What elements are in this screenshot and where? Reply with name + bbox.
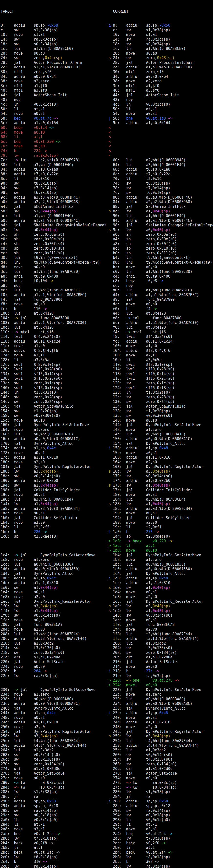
operand: a0, [146, 228, 152, 232]
operand: 284 [34, 149, 42, 153]
diff-row: 90: sw t8,0x18(sp) 74: sw t8,0x18(sp) [0, 181, 213, 186]
diff-marker [106, 562, 113, 567]
operands: t2,0xae(s0) [146, 534, 170, 539]
operands: a0,s1 [34, 715, 45, 720]
mnemonic: sw [126, 483, 146, 488]
address: 218: [113, 669, 126, 673]
operand: 0x48 [159, 576, 168, 581]
operands: zero,0x24(sp) [34, 400, 62, 404]
operand: f4 [146, 307, 152, 311]
mnemonic: b [14, 530, 34, 534]
diff-marker [106, 743, 113, 748]
address: 2ac: [113, 841, 126, 845]
address: 240: [1, 706, 14, 711]
target-line: c0: sb zero,0x30e(s0) [0, 237, 106, 242]
operand: SkelAnime_InitFlex [34, 205, 73, 209]
mnemonic: addiu [126, 567, 146, 571]
diff-row: 1f8: sw v0,0x14c(s0) 1e8: sw v0,0x14c(s0… [0, 613, 213, 618]
operands: $f8,$f4,$f6 [34, 348, 58, 353]
address: 1b4: [113, 553, 126, 557]
address: 9c: [1, 195, 14, 199]
operands: a0,0x44(sp) [34, 228, 58, 232]
address: 248: [113, 725, 126, 729]
operands: a0,s0 [34, 265, 45, 269]
operands: a1,0x40(sp) [146, 209, 170, 213]
operand: t3,%hi(func_80A87F44) [146, 632, 192, 636]
target-line: 1e8: move a2,s0 [0, 595, 106, 599]
current-line: 20c: ori a1,a1,0x2d0e [113, 655, 213, 660]
mnemonic: sw [126, 37, 146, 41]
operands: v0,at,7c ~> [34, 116, 58, 121]
address: 84: [1, 167, 14, 172]
target-line: 2a0: lh v0,0x1c(a0) [0, 818, 106, 822]
diff-marker [106, 293, 113, 297]
current-line: 1b4: jal DynaPolyInfo_SetActorMove [113, 553, 213, 557]
current-line: 160: addiu a1,s1,0x810 [113, 455, 213, 460]
operands: func_80A87800 [40, 316, 69, 320]
diff-marker [106, 687, 113, 692]
address: 190: [1, 478, 14, 483]
target-line: 23c: addiu a0,a0,%lo(D_0600BA8C) [0, 702, 106, 706]
operand: a0,s0 [34, 302, 45, 306]
operand: a0, [34, 228, 40, 232]
target-line: 2a4: li at,-1 [0, 822, 106, 827]
address: 254: [113, 739, 126, 743]
diff-marker: s [106, 469, 113, 474]
target-line: 88: addiu t7,s0,0x22c [0, 172, 106, 177]
target-line: 180: move a2,s0 [0, 460, 106, 465]
operand: sp,sp, [146, 23, 159, 28]
operand: a1,zero [34, 427, 49, 432]
branch-arrow-icon: ~> [43, 860, 47, 864]
address: 7c: [113, 190, 126, 195]
address: 118: [1, 339, 14, 344]
diff-row: 34: addiu a0,s0,0xb4 34: addiu a0,s0,0xb… [0, 74, 213, 79]
operands: a0,s0 [34, 664, 45, 669]
operand: $f8,$f4,$f6 [34, 348, 58, 353]
mnemonic: jal [14, 205, 34, 209]
operand: a0,s1 [146, 492, 157, 497]
diff-marker: s [106, 502, 113, 506]
operands: v0,at,2fc ~> [34, 850, 60, 855]
mnemonic: lw [14, 502, 34, 506]
operands: a3,%hi(D_06001F4C) [34, 163, 73, 167]
address: 120: [1, 348, 14, 353]
address: 2a4: [1, 822, 14, 827]
current-line: 26c: ori a1,a1,0x2d0e [113, 767, 213, 771]
address: 25c: [113, 748, 126, 752]
target-line: 100: lui at,0x4120 [0, 311, 106, 316]
current-line: 298: lh v0,0x1c(a0) [113, 818, 213, 822]
mnemonic: move [14, 520, 34, 525]
operands: a0,%hi(D_06001830) [34, 562, 73, 566]
operand: s0,0x34(sp) [146, 42, 170, 46]
operands: s0,0x34(sp) [40, 785, 65, 789]
current-column-header: CURRENT [113, 9, 213, 14]
mnemonic: addiu [14, 339, 34, 344]
operands: DynaPolyInfo_Alloc [146, 571, 186, 576]
target-line: 268: sw v0,0x14c(s0) [0, 753, 106, 757]
current-line [113, 130, 213, 135]
operands: DynaPolyInfo_Alloc [34, 706, 73, 711]
operands: a0,0x18(sp) [146, 813, 170, 817]
operand: a0,s1 [146, 715, 157, 720]
address: 250: [1, 725, 14, 729]
current-line: e4: lui at,0x4120 [113, 311, 213, 316]
diff-row: 8: addiu sp,sp,-0x58i8: addiu sp,sp,-0x5… [0, 23, 213, 28]
diff-row: 44: jal ActorShape_Init 44: jal ActorSha… [0, 93, 213, 98]
diff-row: 22c: lw ra,0x3c(sp) 21c: lw ra,0x3c(sp) [0, 674, 213, 678]
mnemonic: lui [126, 270, 146, 274]
diff-row: 254: jal DynaPolyInfo_RegisterActor 24c:… [0, 730, 213, 734]
address: 48: [113, 98, 126, 102]
diff-row: bc: sh zero,0x30a(s0) a0: sh zero,0x30a(… [0, 232, 213, 237]
branch-arrow-icon: ~> [153, 307, 157, 311]
mnemonic: sw [14, 757, 34, 762]
operand: 278 [146, 530, 155, 534]
operands: v0,220 ~> [153, 539, 173, 543]
operands: v0,1c4 ~> [34, 125, 54, 130]
diff-marker [106, 632, 113, 637]
target-line: 198: jal Collider_InitCylinder [0, 488, 106, 492]
operand: a2,s0 [146, 520, 157, 525]
address: 13c: [113, 413, 126, 418]
target-line: 270: sw zero,0x134(s0) [0, 762, 106, 767]
current-line: 64: lui a3,%hi(D_06001F4C) [113, 163, 213, 167]
diff-row: 264: lui a1,0x3db2 25c: lui a1,0x3db2 [0, 748, 213, 753]
